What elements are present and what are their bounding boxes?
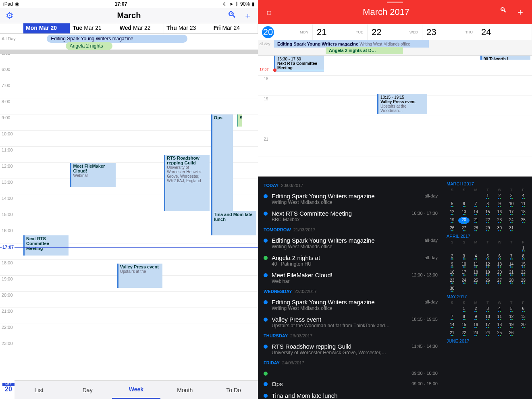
- mini-day[interactable]: 3: [506, 193, 517, 200]
- calendar-event[interactable]: Next RTS Committee Meeting: [23, 235, 69, 256]
- mini-day[interactable]: 11: [470, 261, 481, 268]
- mini-day[interactable]: 30: [447, 285, 457, 293]
- day-header[interactable]: 24: [477, 24, 532, 40]
- mini-day[interactable]: 18: [494, 322, 505, 329]
- mini-day[interactable]: 23: [470, 330, 481, 337]
- mini-day[interactable]: 26: [447, 225, 457, 232]
- agenda-item[interactable]: Meet FileMaker Cloud!Webinar 12:00 - 13:…: [258, 269, 443, 287]
- add-icon[interactable]: ＋: [243, 10, 252, 22]
- mini-day[interactable]: 5: [482, 253, 493, 260]
- mini-day[interactable]: 14: [470, 209, 481, 216]
- mini-day[interactable]: 18: [470, 269, 481, 276]
- mini-day[interactable]: 15: [482, 209, 493, 216]
- mini-day[interactable]: 6: [518, 305, 529, 313]
- calendar-event[interactable]: Tina and Mom late lunch: [211, 211, 256, 235]
- agenda-item[interactable]: Editing Spark Young Writers magazineWrit…: [258, 190, 443, 208]
- mini-day[interactable]: 31: [506, 225, 517, 232]
- mini-day[interactable]: 8: [458, 314, 469, 321]
- calendar-event[interactable]: Screen: [237, 114, 242, 127]
- calendar-event[interactable]: Ops: [211, 114, 233, 219]
- mini-day[interactable]: 15: [458, 322, 469, 329]
- search-icon[interactable]: 🔍︎: [227, 10, 236, 22]
- mini-day[interactable]: 29: [482, 225, 493, 232]
- mini-day[interactable]: 19: [482, 269, 493, 276]
- view-tab-list[interactable]: List: [15, 381, 63, 399]
- mini-day[interactable]: 28: [506, 277, 517, 285]
- mini-day[interactable]: 9: [470, 314, 481, 321]
- settings-icon[interactable]: ⚙: [6, 10, 14, 21]
- agenda-item[interactable]: Valley Press eventUpstairs at the Woodma…: [258, 314, 443, 331]
- mini-day[interactable]: 4: [518, 193, 529, 200]
- mini-day[interactable]: 17: [482, 322, 493, 329]
- day-header[interactable]: Tue Mar 21: [70, 23, 117, 33]
- mini-day[interactable]: 21: [506, 269, 517, 276]
- mini-day[interactable]: 7: [506, 253, 517, 260]
- view-tab-to do[interactable]: To Do: [209, 381, 258, 399]
- day-header[interactable]: 21TUE: [313, 24, 368, 40]
- mini-calendar[interactable]: MARCH 2017SSMTWTF12345678910111213141516…: [443, 177, 532, 399]
- mini-day[interactable]: 7: [447, 314, 457, 321]
- agenda-item[interactable]: Ops 09:00 - 15:00: [258, 378, 443, 390]
- calendar-event[interactable]: 90 Talworth L: [480, 56, 530, 60]
- mini-day[interactable]: 13: [494, 261, 505, 268]
- mini-day[interactable]: 21: [447, 330, 457, 337]
- search-icon[interactable]: 🔍︎: [500, 6, 507, 18]
- mini-day[interactable]: 21: [470, 217, 481, 224]
- calendar-event[interactable]: Meet FileMaker Cloud!Webinar: [70, 163, 115, 187]
- mini-day[interactable]: 27: [458, 225, 469, 232]
- mini-day[interactable]: 24: [458, 277, 469, 285]
- mini-day[interactable]: 8: [518, 253, 529, 260]
- agenda-item[interactable]: Editing Spark Young Writers magazineWrit…: [258, 235, 443, 252]
- week-grid[interactable]: 5:006:007:008:009:0010:0011:0012:0013:00…: [0, 50, 258, 380]
- mini-day[interactable]: 9: [494, 201, 505, 208]
- calendar-event[interactable]: RTS Roadshow repping GuildUniversity of …: [164, 155, 209, 211]
- mini-day[interactable]: 2: [470, 305, 481, 313]
- grabber-icon[interactable]: [387, 2, 403, 3]
- mini-day[interactable]: 10: [458, 261, 469, 268]
- mini-day[interactable]: 4: [494, 305, 505, 313]
- mini-day[interactable]: 14: [506, 261, 517, 268]
- mini-day[interactable]: 14: [447, 322, 457, 329]
- view-tab-month[interactable]: Month: [160, 381, 209, 399]
- mini-day[interactable]: 12: [506, 314, 517, 321]
- mini-day[interactable]: 11: [518, 201, 529, 208]
- mini-day[interactable]: 20: [494, 269, 505, 276]
- day-header[interactable]: Fri Mar 24: [211, 23, 258, 33]
- day-header[interactable]: 20MON: [258, 24, 313, 40]
- mini-day[interactable]: 29: [518, 277, 529, 285]
- mini-day[interactable]: 8: [482, 201, 493, 208]
- mini-day[interactable]: 10: [482, 314, 493, 321]
- mini-day[interactable]: 23: [447, 277, 457, 285]
- mini-day[interactable]: 30: [494, 225, 505, 232]
- mini-day[interactable]: 5: [506, 305, 517, 313]
- day-header[interactable]: 23THU: [422, 24, 477, 40]
- mini-day[interactable]: 9: [447, 261, 457, 268]
- mini-day[interactable]: 26: [482, 277, 493, 285]
- allday-event[interactable]: Angela 2 nights at D…: [326, 47, 403, 54]
- mini-day[interactable]: 1: [518, 245, 529, 252]
- mini-day[interactable]: 16: [470, 322, 481, 329]
- mini-day[interactable]: 17: [458, 269, 469, 276]
- mini-date-icon[interactable]: MAR 20: [2, 383, 15, 397]
- agenda-item[interactable]: Angela 2 nights at40 , Patrington HU all…: [258, 252, 443, 269]
- mini-day[interactable]: 26: [506, 330, 517, 337]
- agenda-item[interactable]: 09:00 - 10:00: [258, 368, 443, 378]
- mini-day[interactable]: 12: [447, 209, 457, 216]
- calendar-event[interactable]: 16:30 - 17:30Next RTS Committee Meeting: [274, 56, 324, 72]
- mini-day[interactable]: 6: [494, 253, 505, 260]
- mini-day[interactable]: 2: [494, 193, 505, 200]
- mini-day[interactable]: 4: [470, 253, 481, 260]
- mini-day[interactable]: 15: [518, 261, 529, 268]
- calendar-event[interactable]: 18:15 - 19:15Valley Press eventUpstairs …: [377, 94, 427, 114]
- day-header[interactable]: 22WED: [368, 24, 422, 40]
- mini-day[interactable]: 11: [494, 314, 505, 321]
- mini-day[interactable]: 22: [518, 269, 529, 276]
- mini-day[interactable]: 3: [482, 305, 493, 313]
- mini-day[interactable]: 22: [458, 330, 469, 337]
- mini-day[interactable]: 25: [494, 330, 505, 337]
- agenda-list[interactable]: TODAY20/03/2017 Editing Spark Young Writ…: [258, 177, 443, 399]
- mini-day[interactable]: 2: [447, 253, 457, 260]
- mini-day[interactable]: 17: [506, 209, 517, 216]
- allday-event[interactable]: Editing Spark Young Writers magazine: [47, 35, 187, 43]
- mini-day[interactable]: 28: [470, 225, 481, 232]
